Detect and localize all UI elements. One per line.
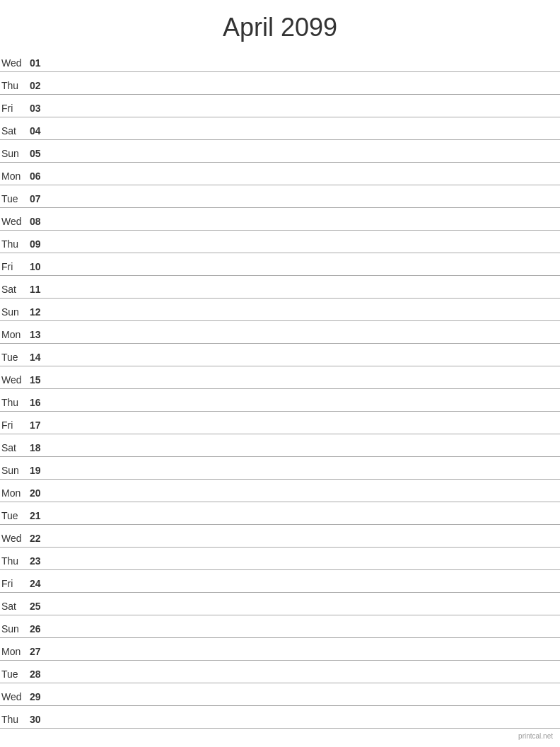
calendar-row: Tue14: [0, 344, 560, 366]
day-line: [51, 702, 560, 702]
day-of-week: Sun: [0, 465, 30, 476]
calendar-row: Wed01: [0, 50, 560, 72]
day-number: 23: [30, 555, 51, 567]
calendar-row: Sat04: [0, 117, 560, 140]
day-line: [51, 317, 560, 318]
day-number: 09: [30, 238, 51, 250]
day-number: 30: [30, 714, 51, 725]
day-line: [51, 589, 560, 589]
day-of-week: Mon: [0, 329, 30, 340]
day-of-week: Thu: [0, 714, 30, 725]
day-of-week: Wed: [0, 374, 30, 386]
day-number: 20: [30, 487, 51, 499]
day-line: [51, 68, 560, 69]
calendar-row: Tue28: [0, 661, 560, 683]
day-line: [51, 611, 560, 612]
day-of-week: Tue: [0, 668, 30, 680]
day-line: [51, 181, 560, 182]
day-line: [51, 566, 560, 567]
day-of-week: Thu: [0, 80, 30, 91]
day-number: 15: [30, 374, 51, 386]
day-number: 06: [30, 170, 51, 182]
calendar-row: Mon27: [0, 638, 560, 661]
day-line: [51, 498, 560, 499]
calendar-row: Tue07: [0, 185, 560, 208]
calendar-row: Sat25: [0, 593, 560, 615]
calendar-row: Fri10: [0, 253, 560, 276]
day-line: [51, 475, 560, 476]
calendar-row: Sun26: [0, 615, 560, 638]
day-of-week: Wed: [0, 533, 30, 544]
day-line: [51, 521, 560, 521]
day-line: [51, 656, 560, 657]
day-of-week: Wed: [0, 57, 30, 69]
day-line: [51, 543, 560, 544]
day-of-week: Thu: [0, 397, 30, 408]
day-number: 12: [30, 306, 51, 318]
day-number: 13: [30, 329, 51, 340]
calendar-row: Wed29: [0, 683, 560, 706]
calendar-row: Sun12: [0, 299, 560, 321]
day-of-week: Thu: [0, 555, 30, 567]
day-line: [51, 385, 560, 386]
day-number: 04: [30, 125, 51, 137]
day-of-week: Fri: [0, 578, 30, 589]
day-line: [51, 634, 560, 635]
day-number: 27: [30, 646, 51, 657]
day-number: 18: [30, 442, 51, 453]
day-line: [51, 91, 560, 91]
day-number: 16: [30, 397, 51, 408]
day-of-week: Fri: [0, 261, 30, 272]
day-of-week: Mon: [0, 170, 30, 182]
page-title: April 2099: [0, 0, 560, 50]
day-number: 14: [30, 352, 51, 363]
day-of-week: Wed: [0, 216, 30, 227]
calendar-row: Tue21: [0, 502, 560, 525]
day-line: [51, 204, 560, 204]
calendar-row: Thu16: [0, 389, 560, 412]
calendar-row: Fri24: [0, 570, 560, 593]
day-number: 01: [30, 57, 51, 69]
day-line: [51, 249, 560, 250]
calendar-row: Thu23: [0, 548, 560, 570]
calendar-row: Sat11: [0, 276, 560, 299]
day-of-week: Sat: [0, 125, 30, 137]
day-number: 24: [30, 578, 51, 589]
calendar-row: Fri17: [0, 412, 560, 434]
day-line: [51, 340, 560, 340]
day-number: 02: [30, 80, 51, 91]
calendar-row: Mon06: [0, 163, 560, 185]
calendar-row: Sun19: [0, 457, 560, 480]
day-number: 21: [30, 510, 51, 521]
day-line: [51, 724, 560, 725]
calendar-row: Sat18: [0, 434, 560, 457]
day-line: [51, 453, 560, 453]
day-number: 26: [30, 623, 51, 635]
day-of-week: Wed: [0, 691, 30, 702]
calendar-row: Thu09: [0, 231, 560, 253]
day-line: [51, 294, 560, 295]
day-of-week: Sun: [0, 623, 30, 635]
day-number: 07: [30, 193, 51, 204]
day-of-week: Sat: [0, 442, 30, 453]
calendar-row: Wed15: [0, 366, 560, 389]
calendar-row: Wed22: [0, 525, 560, 548]
day-of-week: Tue: [0, 352, 30, 363]
day-of-week: Tue: [0, 193, 30, 204]
day-number: 08: [30, 216, 51, 227]
day-of-week: Fri: [0, 419, 30, 431]
day-line: [51, 272, 560, 272]
day-of-week: Sat: [0, 601, 30, 612]
day-of-week: Thu: [0, 238, 30, 250]
calendar-row: Mon20: [0, 480, 560, 502]
day-number: 29: [30, 691, 51, 702]
day-of-week: Fri: [0, 103, 30, 114]
day-line: [51, 226, 560, 227]
day-line: [51, 430, 560, 431]
day-number: 11: [30, 284, 51, 295]
day-of-week: Sun: [0, 306, 30, 318]
day-line: [51, 136, 560, 137]
day-of-week: Mon: [0, 487, 30, 499]
calendar-row: Thu30: [0, 706, 560, 729]
day-line: [51, 407, 560, 408]
